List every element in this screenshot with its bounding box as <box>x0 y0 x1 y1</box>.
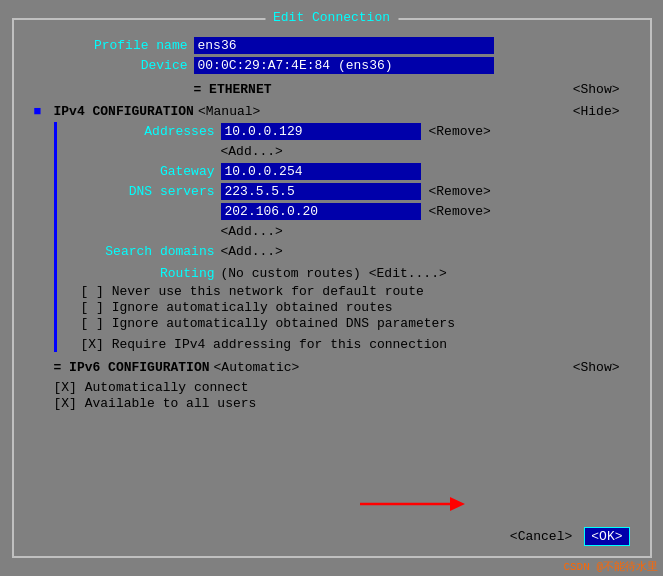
profile-name-row: Profile name ens36 <box>34 36 630 54</box>
ethernet-section-label <box>34 82 194 97</box>
routing-value: (No custom routes) <Edit....> <box>221 266 447 281</box>
ipv6-show-btn[interactable]: <Show> <box>573 360 630 375</box>
auto-connect-row: [X] Automatically connect <box>34 380 630 395</box>
bottom-bar: <Cancel> <OK> <box>506 527 630 546</box>
red-arrow <box>350 490 470 518</box>
ok-button[interactable]: <OK> <box>584 527 629 546</box>
ipv6-section-label: = IPv6 CONFIGURATION <box>54 360 210 375</box>
ipv4-block: Addresses 10.0.0.129 <Remove> <Add...> G… <box>54 122 630 352</box>
outer-frame: Edit Connection Profile name ens36 Devic… <box>0 0 663 576</box>
ipv4-section-label: IPv4 CONFIGURATION <box>54 104 194 119</box>
checkbox-require-row: [X] Require IPv4 addressing for this con… <box>61 337 630 352</box>
checkbox-ignore-dns[interactable]: [ ] Ignore automatically obtained DNS pa… <box>81 316 455 331</box>
available-users-checkbox[interactable]: [X] Available to all users <box>54 396 257 411</box>
ipv6-spacer <box>34 360 54 375</box>
ethernet-section-text: = ETHERNET <box>194 82 272 97</box>
search-row: Search domains <Add...> <box>61 242 630 260</box>
dns2-value[interactable]: 202.106.0.20 <box>221 203 421 220</box>
spacer1 <box>61 332 630 336</box>
ipv6-row: = IPv6 CONFIGURATION <Automatic> <Show> <box>34 358 630 376</box>
auto-connect-checkbox[interactable]: [X] Automatically connect <box>54 380 249 395</box>
routing-label: Routing <box>61 266 221 281</box>
svg-marker-1 <box>450 497 465 511</box>
gateway-value[interactable]: 10.0.0.254 <box>221 163 421 180</box>
checkbox-ignore-routes[interactable]: [ ] Ignore automatically obtained routes <box>81 300 393 315</box>
device-value[interactable]: 00:0C:29:A7:4E:84 (ens36) <box>194 57 494 74</box>
dns-add-btn[interactable]: <Add...> <box>221 224 283 239</box>
search-label: Search domains <box>61 244 221 259</box>
dns2-row: 202.106.0.20 <Remove> <box>61 202 630 220</box>
dialog-title: Edit Connection <box>265 10 398 25</box>
address-value[interactable]: 10.0.0.129 <box>221 123 421 140</box>
watermark: CSDN @不能待水里 <box>563 559 658 574</box>
dns-label: DNS servers <box>61 184 221 199</box>
address-add-btn[interactable]: <Add...> <box>221 144 283 159</box>
address-remove-btn[interactable]: <Remove> <box>429 124 491 139</box>
cancel-button[interactable]: <Cancel> <box>506 528 576 545</box>
dns1-value[interactable]: 223.5.5.5 <box>221 183 421 200</box>
ipv6-mode: <Automatic> <box>214 360 300 375</box>
address-add-row: <Add...> <box>61 142 630 160</box>
addresses-label: Addresses <box>61 124 221 139</box>
ethernet-section-row: = ETHERNET <Show> <box>34 80 630 98</box>
gateway-row: Gateway 10.0.0.254 <box>61 162 630 180</box>
device-label: Device <box>34 58 194 73</box>
routing-row: Routing (No custom routes) <Edit....> <box>61 264 630 282</box>
dialog-box: Edit Connection Profile name ens36 Devic… <box>12 18 652 558</box>
dns1-remove-btn[interactable]: <Remove> <box>429 184 491 199</box>
ipv4-header-row: ■ IPv4 CONFIGURATION <Manual> <Hide> <box>34 102 630 120</box>
checkbox-never-row: [ ] Never use this network for default r… <box>61 284 630 299</box>
available-users-row: [X] Available to all users <box>34 396 630 411</box>
ethernet-show-btn[interactable]: <Show> <box>573 82 630 97</box>
ipv4-hide-btn[interactable]: <Hide> <box>573 104 630 119</box>
profile-name-value[interactable]: ens36 <box>194 37 494 54</box>
ipv4-mode: <Manual> <box>198 104 260 119</box>
device-row: Device 00:0C:29:A7:4E:84 (ens36) <box>34 56 630 74</box>
dns-add-row: <Add...> <box>61 222 630 240</box>
dns1-row: DNS servers 223.5.5.5 <Remove> <box>61 182 630 200</box>
profile-name-label: Profile name <box>34 38 194 53</box>
dns2-remove-btn[interactable]: <Remove> <box>429 204 491 219</box>
checkbox-ignore-dns-row: [ ] Ignore automatically obtained DNS pa… <box>61 316 630 331</box>
checkbox-require[interactable]: [X] Require IPv4 addressing for this con… <box>81 337 448 352</box>
dialog-content: Profile name ens36 Device 00:0C:29:A7:4E… <box>14 20 650 422</box>
gateway-label: Gateway <box>61 164 221 179</box>
checkbox-never[interactable]: [ ] Never use this network for default r… <box>81 284 424 299</box>
ipv4-bullet: ■ <box>34 104 54 119</box>
search-add-btn[interactable]: <Add...> <box>221 244 283 259</box>
addresses-row: Addresses 10.0.0.129 <Remove> <box>61 122 630 140</box>
checkbox-ignore-routes-row: [ ] Ignore automatically obtained routes <box>61 300 630 315</box>
